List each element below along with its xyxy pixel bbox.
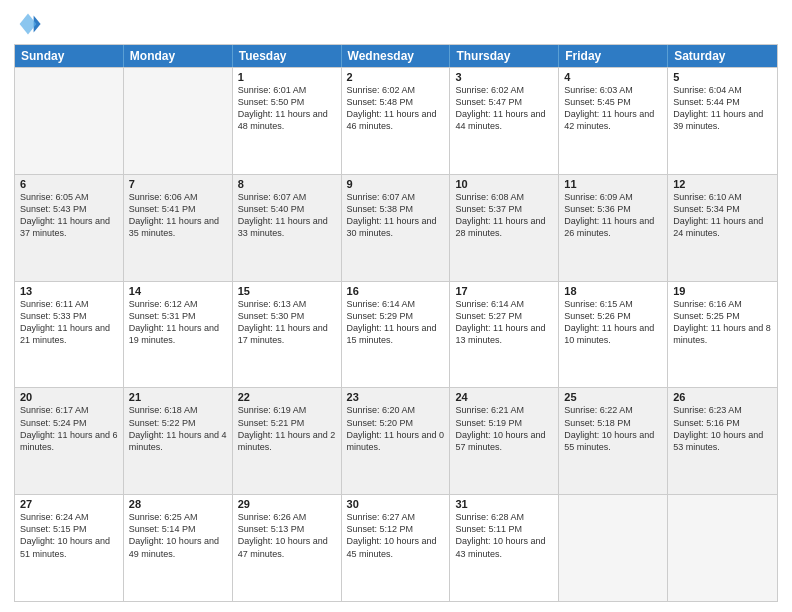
cal-header-sunday: Sunday	[15, 45, 124, 67]
cell-text: Sunrise: 6:25 AM Sunset: 5:14 PM Dayligh…	[129, 511, 227, 560]
cell-text: Sunrise: 6:03 AM Sunset: 5:45 PM Dayligh…	[564, 84, 662, 133]
cal-cell-2-5: 18Sunrise: 6:15 AM Sunset: 5:26 PM Dayli…	[559, 282, 668, 388]
day-number: 12	[673, 178, 772, 190]
day-number: 28	[129, 498, 227, 510]
header	[14, 10, 778, 38]
day-number: 30	[347, 498, 445, 510]
cal-cell-4-4: 31Sunrise: 6:28 AM Sunset: 5:11 PM Dayli…	[450, 495, 559, 601]
day-number: 13	[20, 285, 118, 297]
cell-text: Sunrise: 6:05 AM Sunset: 5:43 PM Dayligh…	[20, 191, 118, 240]
day-number: 27	[20, 498, 118, 510]
cal-cell-1-1: 7Sunrise: 6:06 AM Sunset: 5:41 PM Daylig…	[124, 175, 233, 281]
day-number: 24	[455, 391, 553, 403]
cell-text: Sunrise: 6:07 AM Sunset: 5:38 PM Dayligh…	[347, 191, 445, 240]
cal-cell-0-6: 5Sunrise: 6:04 AM Sunset: 5:44 PM Daylig…	[668, 68, 777, 174]
cell-text: Sunrise: 6:14 AM Sunset: 5:29 PM Dayligh…	[347, 298, 445, 347]
cell-text: Sunrise: 6:07 AM Sunset: 5:40 PM Dayligh…	[238, 191, 336, 240]
cal-row-2: 13Sunrise: 6:11 AM Sunset: 5:33 PM Dayli…	[15, 281, 777, 388]
page: SundayMondayTuesdayWednesdayThursdayFrid…	[0, 0, 792, 612]
day-number: 3	[455, 71, 553, 83]
cell-text: Sunrise: 6:12 AM Sunset: 5:31 PM Dayligh…	[129, 298, 227, 347]
calendar-body: 1Sunrise: 6:01 AM Sunset: 5:50 PM Daylig…	[15, 67, 777, 601]
cal-cell-1-3: 9Sunrise: 6:07 AM Sunset: 5:38 PM Daylig…	[342, 175, 451, 281]
day-number: 5	[673, 71, 772, 83]
cal-cell-2-6: 19Sunrise: 6:16 AM Sunset: 5:25 PM Dayli…	[668, 282, 777, 388]
day-number: 15	[238, 285, 336, 297]
cal-cell-0-4: 3Sunrise: 6:02 AM Sunset: 5:47 PM Daylig…	[450, 68, 559, 174]
calendar: SundayMondayTuesdayWednesdayThursdayFrid…	[14, 44, 778, 602]
cal-cell-0-5: 4Sunrise: 6:03 AM Sunset: 5:45 PM Daylig…	[559, 68, 668, 174]
day-number: 2	[347, 71, 445, 83]
logo-icon	[14, 10, 42, 38]
cal-cell-4-6	[668, 495, 777, 601]
cal-cell-1-5: 11Sunrise: 6:09 AM Sunset: 5:36 PM Dayli…	[559, 175, 668, 281]
cal-cell-3-4: 24Sunrise: 6:21 AM Sunset: 5:19 PM Dayli…	[450, 388, 559, 494]
cal-cell-1-4: 10Sunrise: 6:08 AM Sunset: 5:37 PM Dayli…	[450, 175, 559, 281]
cal-cell-2-1: 14Sunrise: 6:12 AM Sunset: 5:31 PM Dayli…	[124, 282, 233, 388]
cell-text: Sunrise: 6:02 AM Sunset: 5:48 PM Dayligh…	[347, 84, 445, 133]
cal-row-4: 27Sunrise: 6:24 AM Sunset: 5:15 PM Dayli…	[15, 494, 777, 601]
cell-text: Sunrise: 6:27 AM Sunset: 5:12 PM Dayligh…	[347, 511, 445, 560]
cal-header-friday: Friday	[559, 45, 668, 67]
cell-text: Sunrise: 6:26 AM Sunset: 5:13 PM Dayligh…	[238, 511, 336, 560]
day-number: 1	[238, 71, 336, 83]
day-number: 22	[238, 391, 336, 403]
cell-text: Sunrise: 6:24 AM Sunset: 5:15 PM Dayligh…	[20, 511, 118, 560]
day-number: 20	[20, 391, 118, 403]
cell-text: Sunrise: 6:06 AM Sunset: 5:41 PM Dayligh…	[129, 191, 227, 240]
day-number: 29	[238, 498, 336, 510]
cell-text: Sunrise: 6:17 AM Sunset: 5:24 PM Dayligh…	[20, 404, 118, 453]
cell-text: Sunrise: 6:04 AM Sunset: 5:44 PM Dayligh…	[673, 84, 772, 133]
cal-cell-3-6: 26Sunrise: 6:23 AM Sunset: 5:16 PM Dayli…	[668, 388, 777, 494]
cell-text: Sunrise: 6:19 AM Sunset: 5:21 PM Dayligh…	[238, 404, 336, 453]
day-number: 4	[564, 71, 662, 83]
cal-cell-2-4: 17Sunrise: 6:14 AM Sunset: 5:27 PM Dayli…	[450, 282, 559, 388]
cal-cell-2-0: 13Sunrise: 6:11 AM Sunset: 5:33 PM Dayli…	[15, 282, 124, 388]
cal-cell-4-2: 29Sunrise: 6:26 AM Sunset: 5:13 PM Dayli…	[233, 495, 342, 601]
day-number: 14	[129, 285, 227, 297]
day-number: 17	[455, 285, 553, 297]
cell-text: Sunrise: 6:28 AM Sunset: 5:11 PM Dayligh…	[455, 511, 553, 560]
cal-cell-4-1: 28Sunrise: 6:25 AM Sunset: 5:14 PM Dayli…	[124, 495, 233, 601]
cal-row-3: 20Sunrise: 6:17 AM Sunset: 5:24 PM Dayli…	[15, 387, 777, 494]
day-number: 25	[564, 391, 662, 403]
cal-cell-1-6: 12Sunrise: 6:10 AM Sunset: 5:34 PM Dayli…	[668, 175, 777, 281]
day-number: 6	[20, 178, 118, 190]
cal-header-monday: Monday	[124, 45, 233, 67]
cell-text: Sunrise: 6:16 AM Sunset: 5:25 PM Dayligh…	[673, 298, 772, 347]
cal-cell-0-2: 1Sunrise: 6:01 AM Sunset: 5:50 PM Daylig…	[233, 68, 342, 174]
cell-text: Sunrise: 6:22 AM Sunset: 5:18 PM Dayligh…	[564, 404, 662, 453]
cal-cell-3-3: 23Sunrise: 6:20 AM Sunset: 5:20 PM Dayli…	[342, 388, 451, 494]
day-number: 21	[129, 391, 227, 403]
day-number: 16	[347, 285, 445, 297]
cal-cell-1-2: 8Sunrise: 6:07 AM Sunset: 5:40 PM Daylig…	[233, 175, 342, 281]
cal-cell-4-0: 27Sunrise: 6:24 AM Sunset: 5:15 PM Dayli…	[15, 495, 124, 601]
cal-cell-2-2: 15Sunrise: 6:13 AM Sunset: 5:30 PM Dayli…	[233, 282, 342, 388]
cell-text: Sunrise: 6:11 AM Sunset: 5:33 PM Dayligh…	[20, 298, 118, 347]
cal-row-1: 6Sunrise: 6:05 AM Sunset: 5:43 PM Daylig…	[15, 174, 777, 281]
cell-text: Sunrise: 6:23 AM Sunset: 5:16 PM Dayligh…	[673, 404, 772, 453]
cal-cell-3-2: 22Sunrise: 6:19 AM Sunset: 5:21 PM Dayli…	[233, 388, 342, 494]
cal-cell-4-3: 30Sunrise: 6:27 AM Sunset: 5:12 PM Dayli…	[342, 495, 451, 601]
cell-text: Sunrise: 6:14 AM Sunset: 5:27 PM Dayligh…	[455, 298, 553, 347]
cal-cell-0-1	[124, 68, 233, 174]
day-number: 7	[129, 178, 227, 190]
cell-text: Sunrise: 6:18 AM Sunset: 5:22 PM Dayligh…	[129, 404, 227, 453]
day-number: 26	[673, 391, 772, 403]
day-number: 19	[673, 285, 772, 297]
calendar-header-row: SundayMondayTuesdayWednesdayThursdayFrid…	[15, 45, 777, 67]
cell-text: Sunrise: 6:13 AM Sunset: 5:30 PM Dayligh…	[238, 298, 336, 347]
day-number: 10	[455, 178, 553, 190]
cal-row-0: 1Sunrise: 6:01 AM Sunset: 5:50 PM Daylig…	[15, 67, 777, 174]
cal-cell-1-0: 6Sunrise: 6:05 AM Sunset: 5:43 PM Daylig…	[15, 175, 124, 281]
cal-cell-3-0: 20Sunrise: 6:17 AM Sunset: 5:24 PM Dayli…	[15, 388, 124, 494]
cal-header-tuesday: Tuesday	[233, 45, 342, 67]
day-number: 23	[347, 391, 445, 403]
day-number: 18	[564, 285, 662, 297]
cal-header-thursday: Thursday	[450, 45, 559, 67]
cal-cell-0-3: 2Sunrise: 6:02 AM Sunset: 5:48 PM Daylig…	[342, 68, 451, 174]
cell-text: Sunrise: 6:10 AM Sunset: 5:34 PM Dayligh…	[673, 191, 772, 240]
cal-header-wednesday: Wednesday	[342, 45, 451, 67]
cal-header-saturday: Saturday	[668, 45, 777, 67]
cell-text: Sunrise: 6:08 AM Sunset: 5:37 PM Dayligh…	[455, 191, 553, 240]
